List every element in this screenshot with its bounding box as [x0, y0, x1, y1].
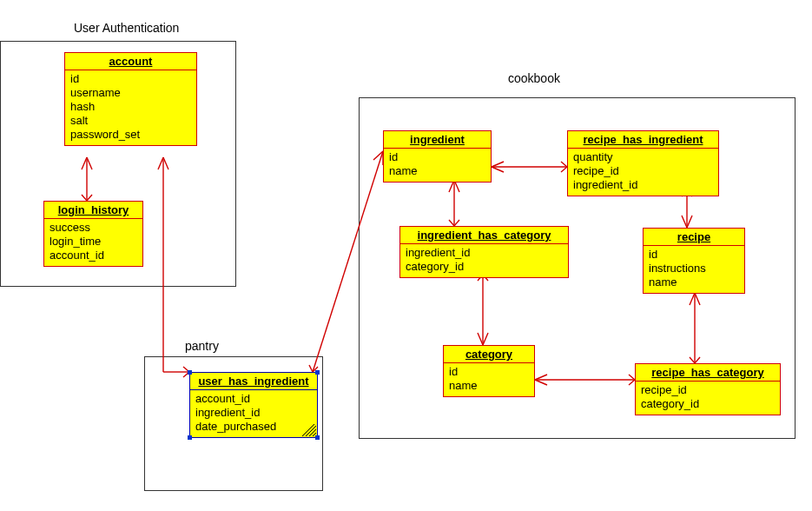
entity-recipe-has-category-title: recipe_has_category — [636, 364, 780, 382]
entity-recipe[interactable]: recipe id instructions name — [643, 228, 745, 294]
field: date_purchased — [195, 420, 312, 434]
field: category_id — [641, 397, 775, 411]
field: account_id — [195, 392, 312, 406]
svg-line-3 — [309, 429, 316, 436]
entity-recipe-has-category-fields: recipe_id category_id — [636, 382, 780, 415]
field: password_set — [70, 128, 191, 142]
entity-ingredient-has-category-fields: ingredient_id category_id — [400, 244, 568, 277]
region-label-auth: User Authentication — [74, 21, 179, 35]
field: username — [70, 86, 191, 100]
entity-ingredient[interactable]: ingredient id name — [383, 130, 492, 182]
field: success — [50, 221, 137, 235]
entity-recipe-has-ingredient[interactable]: recipe_has_ingredient quantity recipe_id… — [567, 130, 719, 196]
field: id — [449, 365, 529, 379]
entity-user-has-ingredient-fields: account_id ingredient_id date_purchased — [190, 390, 317, 437]
entity-account-fields: id username hash salt password_set — [65, 70, 196, 145]
svg-line-4 — [313, 433, 316, 436]
entity-ingredient-title: ingredient — [384, 131, 491, 149]
field: ingredient_id — [406, 246, 563, 260]
entity-category-title: category — [444, 346, 534, 363]
entity-category[interactable]: category id name — [443, 345, 535, 397]
field: id — [649, 248, 739, 262]
field: instructions — [649, 262, 739, 275]
entity-recipe-fields: id instructions name — [644, 246, 744, 293]
field: ingredient_id — [195, 406, 312, 420]
entity-user-has-ingredient[interactable]: user_has_ingredient account_id ingredien… — [189, 372, 318, 438]
region-label-cookbook: cookbook — [508, 71, 560, 85]
field: hash — [70, 100, 191, 114]
field: name — [389, 164, 485, 178]
field: salt — [70, 114, 191, 128]
entity-login-history[interactable]: login_history success login_time account… — [43, 201, 143, 267]
entity-recipe-has-category[interactable]: recipe_has_category recipe_id category_i… — [635, 363, 781, 415]
entity-login-history-fields: success login_time account_id — [44, 219, 142, 266]
entity-account-title: account — [65, 53, 196, 70]
field: recipe_id — [573, 164, 713, 178]
field: login_time — [50, 235, 137, 249]
field: name — [649, 275, 739, 289]
entity-ingredient-fields: id name — [384, 149, 491, 182]
entity-login-history-title: login_history — [44, 202, 142, 219]
entity-ingredient-has-category[interactable]: ingredient_has_category ingredient_id ca… — [399, 226, 569, 278]
entity-recipe-has-ingredient-fields: quantity recipe_id ingredient_id — [568, 149, 718, 196]
field: category_id — [406, 260, 563, 274]
region-label-pantry: pantry — [185, 339, 219, 353]
field: ingredient_id — [573, 178, 713, 192]
entity-recipe-has-ingredient-title: recipe_has_ingredient — [568, 131, 718, 149]
field: id — [70, 72, 191, 86]
entity-user-has-ingredient-title: user_has_ingredient — [190, 373, 317, 390]
entity-account[interactable]: account id username hash salt password_s… — [64, 52, 197, 146]
field: recipe_id — [641, 383, 775, 397]
field: quantity — [573, 150, 713, 164]
entity-recipe-title: recipe — [644, 229, 744, 246]
field: name — [449, 379, 529, 393]
resize-handle-icon[interactable] — [188, 370, 192, 375]
resize-handle-icon[interactable] — [315, 370, 320, 375]
grip-icon — [300, 424, 316, 436]
resize-handle-icon[interactable] — [188, 435, 192, 440]
entity-ingredient-has-category-title: ingredient_has_category — [400, 227, 568, 244]
entity-category-fields: id name — [444, 363, 534, 396]
er-diagram-canvas: { "regions": { "auth": { "label": "User … — [0, 0, 812, 511]
field: account_id — [50, 249, 137, 262]
field: id — [389, 150, 485, 164]
